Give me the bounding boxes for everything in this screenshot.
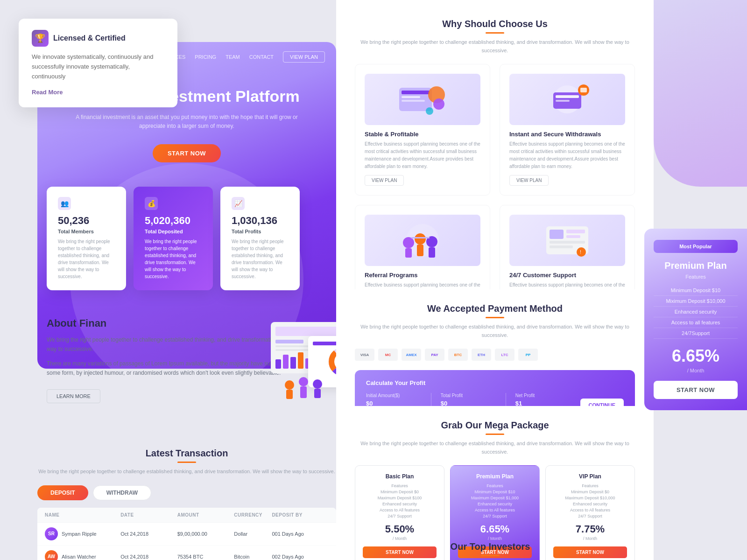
transaction-table: NAME DATE AMOUNT CURRENCY DEPOSIT BY SR … <box>37 508 336 560</box>
deposit-tab[interactable]: DEPOSIT <box>37 485 88 500</box>
calc-total-profit-label: Total Profit <box>441 393 496 398</box>
cert-icon: 🏆 <box>32 30 49 47</box>
plan-premium-name: Premium Plan <box>458 473 532 480</box>
stats-row: 👥 50,236 Total Members We bring the righ… <box>47 187 300 290</box>
row1-amount: $9,00,000.00 <box>177 531 234 537</box>
premium-rate-label: / Month <box>654 368 738 373</box>
row2-name: AW Alisan Watcher <box>45 550 120 560</box>
row1-name: SR Sympan Ripple <box>45 527 120 540</box>
row2-deposit-by: 002 Days Ago <box>272 554 329 560</box>
svg-rect-38 <box>417 245 423 256</box>
why-card-1-title: Stable & Profitable <box>365 131 480 138</box>
row1-date: Oct 24,2018 <box>120 531 177 537</box>
nav-team[interactable]: TEAM <box>226 54 240 60</box>
plan-premium-f0: Features <box>458 483 532 488</box>
stat-card-members: 👥 50,236 Total Members We bring the righ… <box>47 187 126 290</box>
calc-net-profit-label: Net Profit <box>515 393 571 398</box>
why-card-3-title: Referral Programs <box>365 272 480 279</box>
plan-vip-f0: Features <box>553 483 627 488</box>
card-text: We innovate systematically, continuously… <box>32 52 164 81</box>
plan-basic-f5: 24/7 Support <box>363 514 437 518</box>
plan-basic-name: Basic Plan <box>363 473 437 480</box>
col-currency: CURRENCY <box>234 512 272 518</box>
plan-vip-f5: 24/7 Support <box>553 514 627 518</box>
svg-rect-44 <box>566 230 585 233</box>
svg-rect-47 <box>550 245 573 248</box>
payment-logo-eth: ETH <box>472 349 491 361</box>
deposited-desc: We bring the right people together to ch… <box>145 238 202 280</box>
svg-rect-5 <box>275 359 281 369</box>
read-more-link[interactable]: Read More <box>32 89 63 96</box>
payment-logo-pay: PAY <box>425 349 444 361</box>
plan-premium-f2: Maximum Deposit $1,000 <box>458 496 532 500</box>
why-card-2-btn[interactable]: VIEW PLAN <box>509 175 549 186</box>
plan-vip-f2: Maximum Deposit $10,000 <box>553 496 627 500</box>
payment-logo-ltc: LTC <box>495 349 514 361</box>
row2-currency: Bitcoin <box>234 554 272 560</box>
why-card-2-title: Instant and Secure Withdrawals <box>509 131 625 138</box>
profits-desc: We bring the right people together to ch… <box>232 238 289 280</box>
members-label: Total Members <box>58 229 115 234</box>
transaction-title: Latest Transaction <box>37 448 336 459</box>
why-card-1-btn[interactable]: VIEW PLAN <box>365 175 404 186</box>
investors-underline <box>481 555 500 556</box>
stat-card-deposited: 💰 5,020,360 Total Deposited We bring the… <box>134 187 213 290</box>
calc-net-profit: Net Profit $1 <box>515 393 571 407</box>
payment-logo-pp: PP <box>518 349 538 361</box>
premium-feature-5: 24/7Support <box>654 328 738 339</box>
about-section: About Finan We bring the right people to… <box>47 317 327 403</box>
svg-rect-43 <box>550 230 564 239</box>
premium-start-now-btn[interactable]: START NOW <box>654 381 738 399</box>
plan-basic-f0: Features <box>363 483 437 488</box>
col-date: DATE <box>120 512 177 518</box>
nav-pricing[interactable]: PRICING <box>195 54 216 60</box>
svg-rect-20 <box>314 389 321 398</box>
why-card-2-img <box>509 74 625 125</box>
hero-cta-btn[interactable]: START NOW <box>153 144 221 162</box>
why-card-2-text: Effective business support planning beco… <box>509 140 625 170</box>
svg-rect-8 <box>298 352 303 369</box>
svg-point-19 <box>313 379 322 389</box>
svg-point-48 <box>577 247 586 257</box>
svg-text:!: ! <box>580 250 581 255</box>
svg-rect-4 <box>275 349 313 351</box>
svg-rect-18 <box>300 386 307 398</box>
payment-title: We Accepted Payment Method <box>355 303 635 314</box>
nav-contact[interactable]: CONTACT <box>249 54 274 60</box>
svg-rect-22 <box>402 91 430 94</box>
plan-basic-f2: Maximum Deposit $100 <box>363 496 437 500</box>
premium-rate: 6.65% <box>654 346 738 366</box>
transaction-section: Latest Transaction We bring the right pe… <box>37 448 336 560</box>
why-card-4-title: 24/7 Customer Support <box>509 272 625 279</box>
view-plan-nav-btn[interactable]: VIEW PLAN <box>283 51 325 63</box>
payment-logo-amex: AMEX <box>402 349 421 361</box>
svg-rect-40 <box>429 247 435 258</box>
plan-premium-f4: Access to All features <box>458 508 532 512</box>
premium-feature-1: Minimum Deposit $10 <box>654 285 738 296</box>
profits-label: Total Profits <box>232 229 289 234</box>
svg-point-35 <box>403 237 414 248</box>
right-decoration <box>654 0 747 187</box>
svg-rect-31 <box>556 100 570 102</box>
payment-subtitle: We bring the right people together to ch… <box>355 323 635 339</box>
members-icon: 👥 <box>58 197 71 210</box>
learn-more-btn[interactable]: LEARN MORE <box>47 389 100 403</box>
package-underline <box>486 434 504 435</box>
calc-initial: Initial Amount($) $0 <box>366 393 422 407</box>
col-deposit-by: DEPOSIT BY <box>272 512 329 518</box>
premium-floating-card: Most Popular Premium Plan Features Minim… <box>644 229 747 410</box>
why-card-1-text: Effective business support planning beco… <box>365 140 480 170</box>
investors-section: Our Top Investors <box>336 532 644 560</box>
why-underline <box>486 32 504 34</box>
row2-amount: 75354 BTC <box>177 554 234 560</box>
premium-feature-3: Enhanced security <box>654 307 738 317</box>
withdraw-tab[interactable]: WITHDRAW <box>93 485 151 500</box>
premium-card-title: Premium Plan <box>654 260 738 271</box>
svg-rect-16 <box>286 390 293 399</box>
tab-row: DEPOSIT WITHDRAW <box>37 485 336 500</box>
row1-avatar: SR <box>45 527 58 540</box>
investors-title: Our Top Investors <box>355 541 626 552</box>
svg-point-37 <box>415 233 426 245</box>
hero-subtitle: A financial investment is an asset that … <box>65 113 308 131</box>
calc-initial-label: Initial Amount($) <box>366 393 422 398</box>
